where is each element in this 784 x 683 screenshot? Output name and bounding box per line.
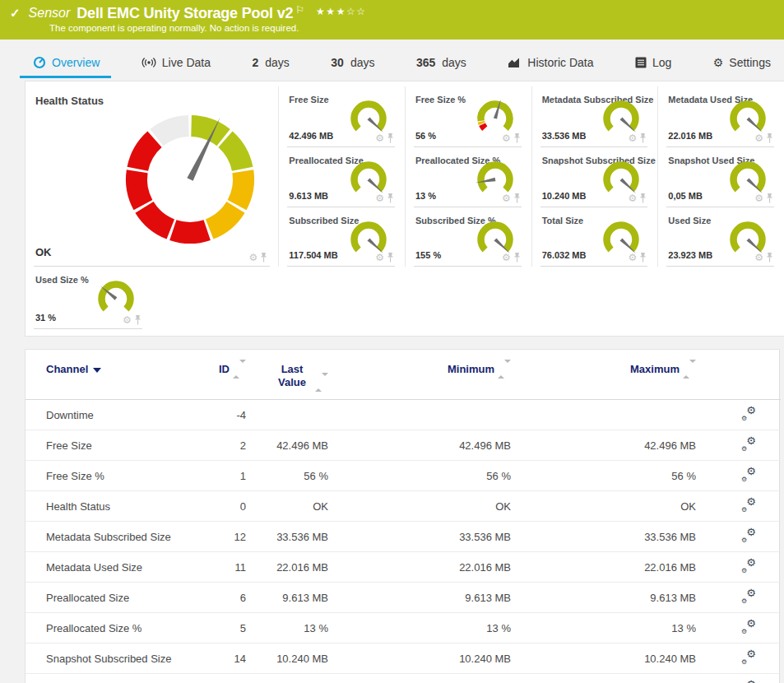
edit-channel-icon[interactable]: ⚙⚙: [741, 407, 756, 420]
column-label[interactable]: Channel: [46, 363, 88, 375]
gear-icon[interactable]: ⚙: [754, 133, 763, 143]
gear-icon[interactable]: ⚙: [249, 253, 258, 263]
tab-label: Settings: [729, 56, 771, 69]
tile-actions: ⚙: [502, 133, 521, 143]
tab-365-days[interactable]: 365days: [416, 56, 466, 81]
gear-icon[interactable]: ⚙: [123, 315, 132, 325]
channel-table-panel: ChannelIDLast ValueMinimumMaximumDowntim…: [25, 349, 780, 683]
sort-icon[interactable]: [233, 363, 246, 375]
gauge-value: 0,05 MB: [668, 191, 703, 201]
sensor-title-row: ✓ Sensor Dell EMC Unity Storage Pool v2 …: [0, 4, 784, 22]
gear-icon[interactable]: ⚙: [375, 253, 384, 263]
channel-actions: ⚙⚙: [696, 644, 766, 674]
channel-maximum: 10.240 MB: [511, 644, 696, 674]
pin-icon[interactable]: [766, 193, 773, 203]
channel-actions: ⚙⚙: [696, 674, 766, 683]
pin-icon[interactable]: [513, 193, 521, 203]
edit-channel-icon[interactable]: ⚙⚙: [741, 529, 756, 542]
tab-log[interactable]: Log: [635, 56, 671, 81]
column-header-maximum[interactable]: Maximum: [511, 350, 696, 400]
tab-label: days: [442, 56, 466, 69]
pin-icon[interactable]: [387, 193, 394, 203]
pin-icon[interactable]: [513, 133, 521, 143]
edit-channel-icon[interactable]: ⚙⚙: [741, 468, 756, 481]
tab-overview[interactable]: Overview: [33, 56, 100, 81]
gauge-grid: Health StatusOK⚙Free Size42.496 MB⚙Free …: [26, 81, 784, 336]
sort-icon[interactable]: [498, 363, 511, 375]
tab-30-days[interactable]: 30days: [331, 56, 374, 81]
edit-channel-icon[interactable]: ⚙⚙: [741, 438, 756, 451]
pin-icon[interactable]: [639, 253, 647, 263]
tab-label: Live Data: [162, 56, 211, 69]
edit-channel-icon[interactable]: ⚙⚙: [741, 651, 756, 664]
channel-minimum: 9.613 MB: [328, 583, 511, 613]
column-header-last-value[interactable]: Last Value: [246, 350, 328, 400]
gear-icon[interactable]: ⚙: [754, 193, 763, 203]
gauge-tile: Metadata Used Size22.016 MB⚙: [657, 86, 784, 147]
column-header-minimum[interactable]: Minimum: [328, 350, 511, 400]
column-label[interactable]: Minimum: [448, 363, 494, 375]
pin-icon[interactable]: [387, 133, 394, 143]
channel-id: 6: [202, 583, 246, 613]
pin-icon[interactable]: [387, 253, 394, 263]
pin-icon[interactable]: [134, 315, 141, 325]
object-kind-label: Sensor: [29, 4, 71, 22]
channel-name: Snapshot Subscribed Size: [26, 644, 202, 674]
pin-icon[interactable]: [513, 253, 521, 263]
channel-name: Preallocated Size %: [26, 613, 202, 644]
tile-actions: ⚙: [502, 193, 521, 203]
pin-icon[interactable]: [766, 253, 773, 263]
pin-icon[interactable]: [639, 133, 647, 143]
gauge-value: 117.504 MB: [289, 250, 337, 260]
tab-live-data[interactable]: Live Data: [141, 56, 211, 81]
column-header-channel[interactable]: Channel: [26, 350, 202, 400]
edit-channel-icon[interactable]: ⚙⚙: [741, 560, 756, 573]
tab-2-days[interactable]: 2days: [252, 56, 289, 81]
flag-icon[interactable]: ⚐: [295, 1, 304, 19]
column-header-id[interactable]: ID: [202, 350, 246, 400]
channel-id: 1: [202, 461, 246, 491]
tile-actions: ⚙: [629, 253, 647, 263]
gear-icon[interactable]: ⚙: [502, 133, 511, 143]
channel-actions: ⚙⚙: [696, 552, 766, 583]
chart-icon: [508, 57, 522, 68]
channel-maximum: 33.536 MB: [511, 522, 696, 552]
gauge-value: 56 %: [415, 131, 436, 141]
gear-icon[interactable]: ⚙: [629, 253, 638, 263]
priority-stars[interactable]: ★★★☆☆: [316, 2, 366, 21]
edit-channel-icon[interactable]: ⚙⚙: [741, 499, 756, 512]
channel-maximum: 56 %: [511, 461, 696, 491]
channel-row: Health Status0OKOKOK⚙⚙: [26, 491, 781, 522]
sort-icon[interactable]: [683, 363, 696, 375]
gear-icon[interactable]: ⚙: [375, 193, 384, 203]
column-label[interactable]: ID: [219, 363, 230, 375]
gear-icon[interactable]: ⚙: [629, 133, 638, 143]
channel-maximum: 22.016 MB: [511, 552, 696, 583]
pin-icon[interactable]: [639, 193, 647, 203]
gauges-panel: Health StatusOK⚙Free Size42.496 MB⚙Free …: [25, 81, 784, 337]
edit-channel-icon[interactable]: ⚙⚙: [741, 590, 756, 603]
column-label[interactable]: Maximum: [630, 363, 680, 375]
channel-last-value: 0,05 MB: [246, 674, 328, 683]
gear-icon[interactable]: ⚙: [629, 193, 638, 203]
column-label[interactable]: Last Value: [272, 363, 312, 389]
gear-icon[interactable]: ⚙: [502, 193, 511, 203]
tab-settings[interactable]: ⚙Settings: [713, 56, 771, 81]
gauge-tile: Metadata Subscribed Size33.536 MB⚙: [531, 86, 658, 147]
pin-icon[interactable]: [260, 253, 267, 263]
tab-label: days: [265, 56, 290, 69]
gear-icon[interactable]: ⚙: [375, 133, 384, 143]
status-message: The component is operating normally. No …: [49, 23, 784, 33]
gear-icon[interactable]: ⚙: [502, 253, 511, 263]
channel-maximum: [511, 400, 696, 430]
sort-desc-icon[interactable]: [93, 368, 101, 373]
pin-icon[interactable]: [766, 133, 773, 143]
channel-last-value: OK: [246, 491, 328, 522]
gauge-title: Free Size %: [415, 95, 466, 105]
gauge-title: Total Size: [542, 216, 584, 225]
gear-icon[interactable]: ⚙: [754, 253, 763, 263]
sort-icon[interactable]: [315, 376, 328, 388]
tab-historic-data[interactable]: Historic Data: [508, 56, 593, 81]
edit-channel-icon[interactable]: ⚙⚙: [741, 620, 756, 634]
log-icon: [635, 57, 647, 68]
